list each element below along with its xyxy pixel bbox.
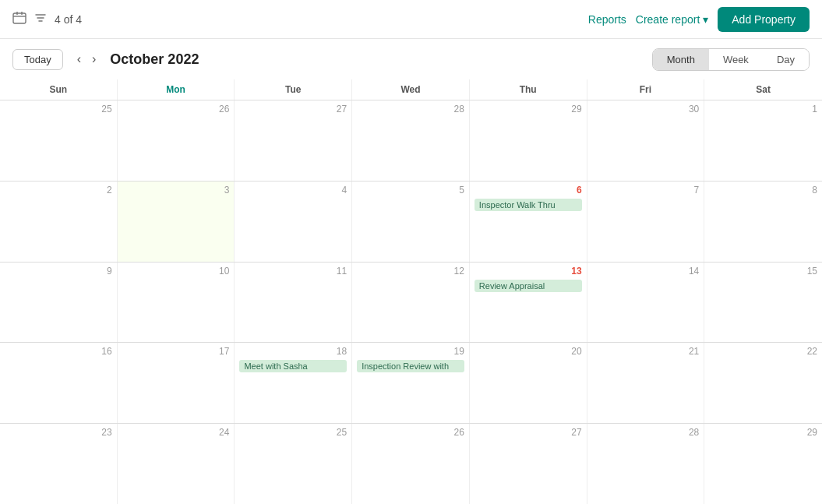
- day-cell[interactable]: 21: [587, 343, 705, 423]
- day-cell[interactable]: 27: [235, 100, 352, 181]
- day-cell[interactable]: 13Review Appraisal: [470, 263, 587, 343]
- day-number: 26: [357, 427, 464, 438]
- day-number: 11: [239, 266, 347, 277]
- day-cell[interactable]: 2: [0, 182, 118, 262]
- week-row: 23242526272829: [0, 424, 822, 504]
- next-month-button[interactable]: ›: [87, 51, 101, 68]
- day-number: 29: [475, 104, 582, 115]
- day-number: 15: [709, 266, 817, 277]
- day-number: 2: [5, 185, 112, 196]
- filter-count: 4 of 4: [55, 13, 82, 26]
- day-cell[interactable]: 1: [704, 100, 822, 181]
- day-number: 28: [592, 427, 700, 438]
- day-number: 25: [5, 104, 112, 115]
- day-number: 7: [592, 185, 700, 196]
- day-cell[interactable]: 14: [587, 263, 705, 343]
- day-header-fri: Fri: [587, 79, 705, 100]
- day-cell[interactable]: 25: [0, 100, 118, 181]
- day-cell[interactable]: 12: [352, 263, 470, 343]
- calendar-event[interactable]: Meet with Sasha: [239, 360, 347, 372]
- top-bar-right: Reports Create report ▾ Add Property: [588, 7, 810, 32]
- day-number: 27: [239, 104, 347, 115]
- day-cell[interactable]: 5: [352, 182, 470, 262]
- calendar-event[interactable]: Review Appraisal: [475, 280, 582, 292]
- day-number: 26: [122, 104, 230, 115]
- add-property-button[interactable]: Add Property: [718, 7, 810, 32]
- day-number: 6: [475, 185, 582, 196]
- day-number: 9: [5, 266, 112, 277]
- weeks: 252627282930123456Inspector Walk Thru789…: [0, 100, 822, 504]
- day-header-tue: Tue: [235, 79, 352, 100]
- day-header-thu: Thu: [470, 79, 587, 100]
- day-number: 25: [239, 427, 347, 438]
- day-cell[interactable]: 22: [704, 343, 822, 423]
- day-cell[interactable]: 29: [704, 424, 822, 504]
- day-number: 14: [592, 266, 700, 277]
- day-cell[interactable]: 10: [118, 263, 235, 343]
- day-cell[interactable]: 15: [704, 263, 822, 343]
- day-cell[interactable]: 25: [235, 424, 352, 504]
- day-cell[interactable]: 4: [235, 182, 352, 262]
- calendar-event[interactable]: Inspection Review with: [357, 360, 464, 372]
- day-header-mon: Mon: [118, 79, 235, 100]
- day-cell[interactable]: 16: [0, 343, 118, 423]
- view-toggle: Month Week Day: [652, 48, 810, 71]
- day-cell[interactable]: 26: [118, 100, 235, 181]
- day-number: 1: [709, 104, 817, 115]
- calendar-icon: [12, 11, 26, 27]
- week-row: 23456Inspector Walk Thru78: [0, 182, 822, 263]
- day-view-button[interactable]: Day: [763, 49, 809, 70]
- day-number: 18: [239, 346, 347, 357]
- day-cell[interactable]: 24: [118, 424, 235, 504]
- svg-rect-0: [13, 13, 26, 23]
- reports-link[interactable]: Reports: [588, 13, 626, 26]
- day-cell[interactable]: 7: [587, 182, 705, 262]
- day-cell[interactable]: 30: [587, 100, 705, 181]
- day-cell[interactable]: 11: [235, 263, 352, 343]
- day-number: 24: [122, 427, 230, 438]
- day-cell[interactable]: 28: [587, 424, 705, 504]
- day-number: 4: [239, 185, 347, 196]
- day-number: 5: [357, 185, 464, 196]
- calendar-header: Today ‹ › October 2022 Month Week Day: [0, 39, 822, 79]
- filter-icon: [34, 12, 47, 26]
- day-cell[interactable]: 20: [470, 343, 587, 423]
- day-number: 13: [475, 266, 582, 277]
- day-number: 19: [357, 346, 464, 357]
- day-cell[interactable]: 26: [352, 424, 470, 504]
- day-header-sat: Sat: [704, 79, 822, 100]
- day-number: 22: [709, 346, 817, 357]
- day-cell[interactable]: 9: [0, 263, 118, 343]
- day-cell[interactable]: 29: [470, 100, 587, 181]
- week-row: 2526272829301: [0, 100, 822, 182]
- create-report-button[interactable]: Create report ▾: [636, 13, 708, 26]
- calendar-event[interactable]: Inspector Walk Thru: [475, 199, 582, 211]
- prev-month-button[interactable]: ‹: [72, 51, 86, 68]
- day-number: 20: [475, 346, 582, 357]
- day-cell[interactable]: 6Inspector Walk Thru: [470, 182, 587, 262]
- day-number: 17: [122, 346, 230, 357]
- day-number: 8: [709, 185, 817, 196]
- month-view-button[interactable]: Month: [653, 49, 709, 70]
- calendar-grid: SunMonTueWedThuFriSat 252627282930123456…: [0, 79, 822, 504]
- day-cell[interactable]: 8: [704, 182, 822, 262]
- day-number: 3: [122, 185, 230, 196]
- day-cell[interactable]: 28: [352, 100, 470, 181]
- calendar-title: October 2022: [110, 51, 199, 68]
- day-cell[interactable]: 19Inspection Review with: [352, 343, 470, 423]
- top-bar: 4 of 4 Reports Create report ▾ Add Prope…: [0, 0, 822, 39]
- day-cell[interactable]: 17: [118, 343, 235, 423]
- day-cell[interactable]: 3: [118, 182, 235, 262]
- day-cell[interactable]: 23: [0, 424, 118, 504]
- day-number: 21: [592, 346, 700, 357]
- cal-nav: Today ‹ › October 2022: [12, 49, 199, 70]
- day-headers: SunMonTueWedThuFriSat: [0, 79, 822, 100]
- day-cell[interactable]: 18Meet with Sasha: [235, 343, 352, 423]
- day-cell[interactable]: 27: [470, 424, 587, 504]
- week-view-button[interactable]: Week: [709, 49, 763, 70]
- today-button[interactable]: Today: [12, 49, 63, 70]
- nav-arrows: ‹ ›: [72, 51, 101, 68]
- day-number: 28: [357, 104, 464, 115]
- day-number: 27: [475, 427, 582, 438]
- week-row: 910111213Review Appraisal1415: [0, 263, 822, 344]
